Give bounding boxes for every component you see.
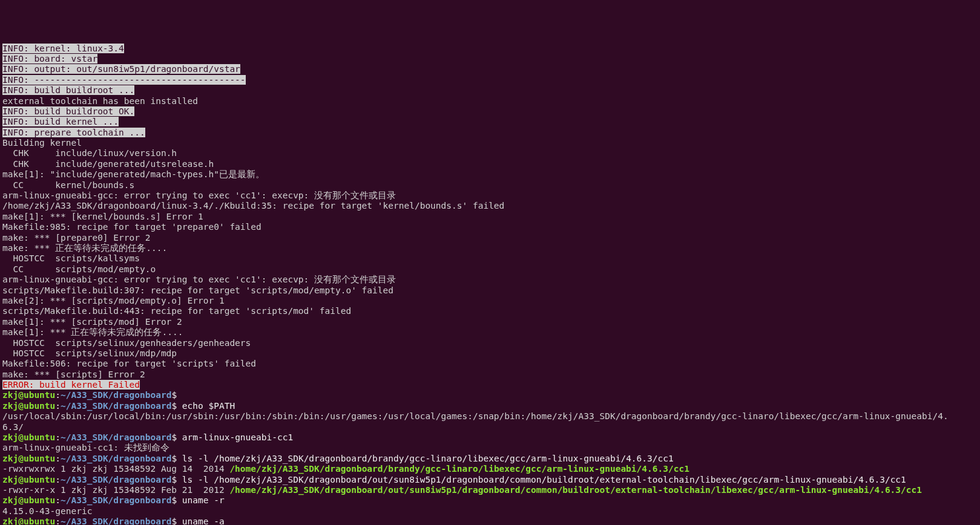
text-segment: make[1]: *** [scripts/mod] Error 2 <box>2 317 182 327</box>
terminal-line: HOSTCC scripts/kallsyms <box>2 253 978 264</box>
terminal-line: make[1]: *** [scripts/mod] Error 2 <box>2 317 978 327</box>
text-segment: make[1]: "include/generated/mach-types.h… <box>2 169 265 179</box>
text-segment: ERROR: build kernel Failed <box>2 380 140 390</box>
text-segment: /usr/local/sbin:/usr/local/bin:/usr/sbin… <box>2 411 949 421</box>
text-segment: INFO: board: vstar <box>2 54 97 64</box>
terminal-line: make[1]: "include/generated/mach-types.h… <box>2 169 978 180</box>
terminal-line: make: *** 正在等待未完成的任务.... <box>2 243 978 253</box>
text-segment: CHK include/generated/utsrelease.h <box>2 159 214 169</box>
text-segment: Makefile:506: recipe for target 'scripts… <box>2 359 256 368</box>
command-text: ls -l /home/zkj/A33_SDK/dragonboard/bran… <box>182 454 674 463</box>
prompt-userhost: zkj@ubuntu <box>2 517 55 525</box>
text-segment: HOSTCC scripts/kallsyms <box>2 253 140 263</box>
terminal-line: INFO: output: out/sun8iw5p1/dragonboard/… <box>2 64 978 74</box>
text-segment: scripts/Makefile.build:443: recipe for t… <box>2 306 351 316</box>
terminal-line: INFO: ----------------------------------… <box>2 75 978 85</box>
text-segment: 4.15.0-43-generic <box>2 506 92 516</box>
terminal-line: INFO: build kernel ... <box>2 117 978 127</box>
text-segment: Building kernel <box>2 138 82 148</box>
text-segment: HOSTCC scripts/selinux/mdp/mdp <box>2 348 177 358</box>
prompt-dollar: $ <box>171 432 182 442</box>
terminal-line: make: *** [prepare0] Error 2 <box>2 233 978 243</box>
terminal-line: scripts/Makefile.build:443: recipe for t… <box>2 306 978 316</box>
prompt-userhost: zkj@ubuntu <box>2 495 55 505</box>
text-segment: Makefile:985: recipe for target 'prepare… <box>2 222 261 232</box>
terminal-line: INFO: board: vstar <box>2 54 978 64</box>
prompt-dollar: $ <box>171 475 182 484</box>
text-segment: CC scripts/mod/empty.o <box>2 264 156 274</box>
command-text: echo $PATH <box>182 401 235 411</box>
terminal-line: make[2]: *** [scripts/mod/empty.o] Error… <box>2 296 978 306</box>
terminal-line: INFO: kernel: linux-3.4 <box>2 44 978 54</box>
text-segment: external toolchain has been installed <box>2 96 198 106</box>
terminal-line: arm-linux-gnueabi-gcc: error trying to e… <box>2 191 978 201</box>
terminal-line: /home/zkj/A33_SDK/dragonboard/linux-3.4/… <box>2 201 978 211</box>
terminal-line: arm-linux-gnueabi-gcc: error trying to e… <box>2 275 978 285</box>
command-text: uname -a <box>182 517 225 525</box>
terminal-line: CHK include/generated/utsrelease.h <box>2 159 978 169</box>
terminal-line: Building kernel <box>2 138 978 148</box>
text-segment: arm-linux-gnueabi-cc1: 未找到命令 <box>2 443 169 452</box>
prompt-path: ~/A33_SDK/dragonboard <box>61 454 171 463</box>
terminal-line: Makefile:985: recipe for target 'prepare… <box>2 222 978 232</box>
terminal-line: CC kernel/bounds.s <box>2 180 978 191</box>
terminal-line: ERROR: build kernel Failed <box>2 380 978 390</box>
terminal-line: 6.3/ <box>2 422 978 432</box>
terminal-line: zkj@ubuntu:~/A33_SDK/dragonboard$ <box>2 390 978 400</box>
terminal-line: external toolchain has been installed <box>2 96 978 106</box>
prompt-sep: : <box>55 432 61 442</box>
command-text: uname -r <box>182 495 225 505</box>
terminal-line: -rwxr-xr-x 1 zkj zkj 15348592 Feb 21 201… <box>2 485 978 495</box>
terminal-line: scripts/Makefile.build:307: recipe for t… <box>2 285 978 296</box>
command-text: ls -l /home/zkj/A33_SDK/dragonboard/out/… <box>182 475 906 484</box>
terminal-line: make: *** [scripts] Error 2 <box>2 370 978 380</box>
terminal-line: INFO: build buildroot OK. <box>2 106 978 117</box>
terminal-line: HOSTCC scripts/selinux/genheaders/genhea… <box>2 338 978 348</box>
terminal-output[interactable]: INFO: kernel: linux-3.4INFO: board: vsta… <box>2 44 978 525</box>
prompt-sep: : <box>55 454 61 463</box>
terminal-line: INFO: build buildroot ... <box>2 85 978 96</box>
terminal-line: zkj@ubuntu:~/A33_SDK/dragonboard$ uname … <box>2 495 978 506</box>
text-segment: make[1]: *** [kernel/bounds.s] Error 1 <box>2 212 203 221</box>
terminal-line: zkj@ubuntu:~/A33_SDK/dragonboard$ ls -l … <box>2 475 978 485</box>
prompt-userhost: zkj@ubuntu <box>2 401 55 411</box>
prompt-dollar: $ <box>171 390 182 400</box>
terminal-line: Makefile:506: recipe for target 'scripts… <box>2 359 978 369</box>
prompt-sep: : <box>55 495 61 505</box>
text-segment: /home/zkj/A33_SDK/dragonboard/brandy/gcc… <box>229 464 689 474</box>
prompt-path: ~/A33_SDK/dragonboard <box>61 390 171 400</box>
prompt-dollar: $ <box>171 517 182 525</box>
text-segment: INFO: output: out/sun8iw5p1/dragonboard/… <box>2 64 240 74</box>
prompt-path: ~/A33_SDK/dragonboard <box>61 401 171 411</box>
prompt-path: ~/A33_SDK/dragonboard <box>61 475 171 484</box>
text-segment: make: *** [prepare0] Error 2 <box>2 233 150 243</box>
prompt-userhost: zkj@ubuntu <box>2 390 55 400</box>
prompt-dollar: $ <box>171 495 182 505</box>
text-segment: arm-linux-gnueabi-gcc: error trying to e… <box>2 275 396 284</box>
terminal-line: zkj@ubuntu:~/A33_SDK/dragonboard$ uname … <box>2 517 978 525</box>
text-segment: INFO: ----------------------------------… <box>2 75 246 85</box>
text-segment: CHK include/linux/version.h <box>2 148 177 158</box>
text-segment: INFO: prepare toolchain ... <box>2 128 145 137</box>
prompt-path: ~/A33_SDK/dragonboard <box>61 432 171 442</box>
terminal-line: zkj@ubuntu:~/A33_SDK/dragonboard$ ls -l … <box>2 454 978 464</box>
terminal-line: /usr/local/sbin:/usr/local/bin:/usr/sbin… <box>2 411 978 422</box>
prompt-sep: : <box>55 401 61 411</box>
text-segment: INFO: build buildroot OK. <box>2 106 134 116</box>
prompt-sep: : <box>55 517 61 525</box>
text-segment: make: *** [scripts] Error 2 <box>2 370 145 379</box>
prompt-userhost: zkj@ubuntu <box>2 432 55 442</box>
text-segment: INFO: build buildroot ... <box>2 85 134 95</box>
prompt-dollar: $ <box>171 401 182 411</box>
text-segment: /home/zkj/A33_SDK/dragonboard/linux-3.4/… <box>2 201 504 210</box>
text-segment: 6.3/ <box>2 422 24 432</box>
text-segment: scripts/Makefile.build:307: recipe for t… <box>2 285 393 295</box>
text-segment: HOSTCC scripts/selinux/genheaders/genhea… <box>2 338 251 348</box>
text-segment: make[2]: *** [scripts/mod/empty.o] Error… <box>2 296 225 305</box>
prompt-userhost: zkj@ubuntu <box>2 475 55 484</box>
terminal-line: 4.15.0-43-generic <box>2 506 978 517</box>
text-segment: -rwxrwxrwx 1 zkj zkj 15348592 Aug 14 201… <box>2 464 229 474</box>
terminal-line: INFO: prepare toolchain ... <box>2 128 978 138</box>
terminal-line: HOSTCC scripts/selinux/mdp/mdp <box>2 348 978 359</box>
text-segment: INFO: build kernel ... <box>2 117 119 126</box>
